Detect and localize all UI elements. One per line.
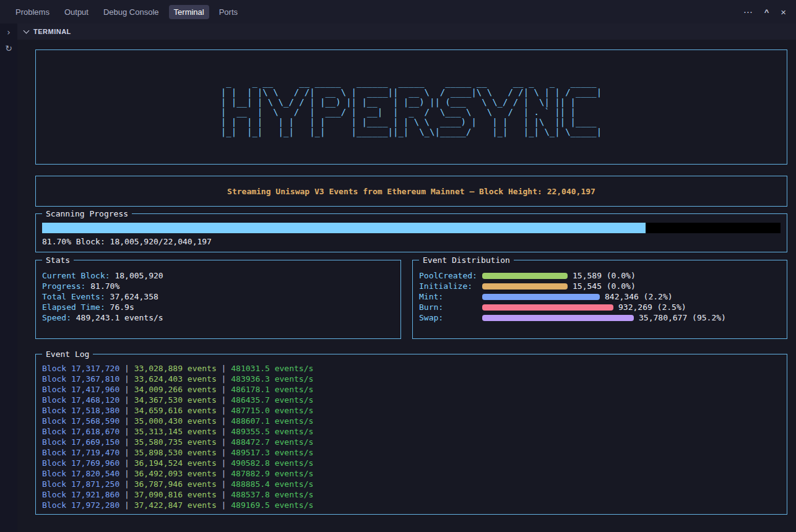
log-separator: | <box>217 458 231 468</box>
distribution-list: PoolCreated:15,589 (0.0%)Initialize:15,5… <box>419 270 781 323</box>
log-events-rate: 489517.3 events/s <box>231 448 313 457</box>
event-log-row: Block 17,769,960 | 36,194,524 events | 4… <box>42 458 781 468</box>
left-rail: ›↻ <box>0 24 17 532</box>
log-block-number: Block 17,568,590 <box>42 416 119 426</box>
log-separator: | <box>217 374 231 384</box>
log-separator: | <box>217 479 231 489</box>
stat-value: 81.70% <box>85 281 119 291</box>
log-block-number: Block 17,317,720 <box>42 364 119 373</box>
distribution-box-title: Event Distribution <box>419 255 514 265</box>
stats-list: Current Block: 18,005,920Progress: 81.70… <box>42 270 394 323</box>
stat-label: Total Events: <box>42 292 105 301</box>
log-block-number: Block 17,871,250 <box>42 479 119 489</box>
distribution-bar <box>482 315 634 321</box>
distribution-bar <box>482 283 568 290</box>
log-events-rate: 488885.4 events/s <box>231 479 313 489</box>
log-separator: | <box>217 500 231 510</box>
stat-row: Speed: 489,243.1 events/s <box>42 312 394 323</box>
stat-label: Current Block: <box>42 271 110 280</box>
log-events-rate: 486435.7 events/s <box>231 395 313 405</box>
log-events-rate: 488607.1 events/s <box>231 416 313 426</box>
log-separator: | <box>119 479 134 489</box>
log-block-number: Block 17,417,960 <box>42 385 119 394</box>
stat-row: Elapsed Time: 76.9s <box>42 302 394 312</box>
stats-distribution-row: Stats Current Block: 18,005,920Progress:… <box>35 260 787 346</box>
panel-tabs: ProblemsOutputDebug ConsoleTerminalPorts <box>11 5 248 19</box>
log-events-count: 35,000,430 events <box>134 416 217 426</box>
log-events-count: 34,367,530 events <box>134 395 217 405</box>
event-log-row: Block 17,468,120 | 34,367,530 events | 4… <box>42 395 781 405</box>
log-block-number: Block 17,669,150 <box>42 437 119 447</box>
banner-box: _ _ __ __ _____ ______ _____ _____ __ __… <box>35 49 787 165</box>
sync-icon[interactable]: ↻ <box>5 43 12 54</box>
terminal-header[interactable]: TERMINAL <box>17 24 796 40</box>
log-separator: | <box>217 395 231 405</box>
panel-tab-terminal[interactable]: Terminal <box>169 5 209 19</box>
log-events-rate: 483936.3 events/s <box>231 374 313 384</box>
ascii-banner: _ _ __ __ _____ ______ _____ _____ __ __… <box>221 77 602 137</box>
log-events-count: 36,194,524 events <box>134 458 217 468</box>
log-separator: | <box>217 427 231 436</box>
close-panel-icon[interactable]: × <box>781 7 786 17</box>
event-log-row: Block 17,317,720 | 33,028,889 events | 4… <box>42 363 781 374</box>
more-actions-icon[interactable]: ⋯ <box>743 7 753 17</box>
log-block-number: Block 17,921,860 <box>42 490 119 499</box>
distribution-label: Mint: <box>419 291 482 302</box>
log-events-count: 35,580,735 events <box>134 437 217 447</box>
panel-tab-output[interactable]: Output <box>59 5 93 19</box>
maximize-panel-icon[interactable]: ^ <box>764 8 769 16</box>
log-events-count: 34,659,616 events <box>134 406 217 415</box>
distribution-label: PoolCreated: <box>419 270 482 281</box>
log-separator: | <box>119 364 134 373</box>
log-separator: | <box>119 437 134 447</box>
panel-tab-ports[interactable]: Ports <box>214 5 243 19</box>
terminal-header-label: TERMINAL <box>33 28 71 35</box>
terminal-viewport[interactable]: _ _ __ __ _____ ______ _____ _____ __ __… <box>17 40 796 532</box>
event-log-row: Block 17,871,250 | 36,787,946 events | 4… <box>42 479 781 489</box>
log-separator: | <box>119 490 134 499</box>
log-events-count: 37,422,847 events <box>134 500 217 510</box>
event-log-box: Event Log Block 17,317,720 | 33,028,889 … <box>35 354 787 515</box>
distribution-label: Burn: <box>419 302 482 312</box>
event-log-row: Block 17,820,540 | 36,492,093 events | 4… <box>42 468 781 479</box>
event-log-row: Block 17,518,380 | 34,659,616 events | 4… <box>42 405 781 416</box>
log-events-rate: 487882.9 events/s <box>231 469 313 478</box>
stat-value: 18,005,920 <box>110 271 163 280</box>
distribution-box: Event Distribution PoolCreated:15,589 (0… <box>412 260 787 339</box>
log-events-rate: 481031.5 events/s <box>231 364 313 373</box>
log-separator: | <box>217 490 231 499</box>
log-separator: | <box>217 364 231 373</box>
event-log-row: Block 17,719,470 | 35,898,530 events | 4… <box>42 447 781 458</box>
progress-label: 81.70% Block: 18,005,920/22,040,197 <box>42 236 781 247</box>
log-separator: | <box>217 437 231 447</box>
subtitle-box: Streaming Uniswap V3 Events from Ethereu… <box>35 176 787 207</box>
terminal-panel: TERMINAL _ _ __ __ _____ ______ _____ __… <box>17 24 796 532</box>
distribution-row: PoolCreated:15,589 (0.0%) <box>419 270 781 281</box>
app: ProblemsOutputDebug ConsoleTerminalPorts… <box>0 0 796 532</box>
distribution-value: 842,346 (2.2%) <box>605 291 673 302</box>
log-block-number: Block 17,367,810 <box>42 374 119 384</box>
log-events-count: 36,492,093 events <box>134 469 217 478</box>
panel-tab-debug-console[interactable]: Debug Console <box>98 5 164 19</box>
log-events-count: 37,090,816 events <box>134 490 217 499</box>
log-separator: | <box>119 458 134 468</box>
distribution-value: 15,545 (0.0%) <box>573 281 636 291</box>
distribution-row: Burn:932,269 (2.5%) <box>419 302 781 312</box>
distribution-bar <box>482 273 568 279</box>
expand-icon[interactable]: › <box>7 27 11 38</box>
log-block-number: Block 17,518,380 <box>42 406 119 415</box>
log-events-count: 35,313,145 events <box>134 427 217 436</box>
log-events-rate: 487715.0 events/s <box>231 406 313 415</box>
log-separator: | <box>119 406 134 415</box>
progress-fill <box>42 223 646 233</box>
distribution-row: Initialize:15,545 (0.0%) <box>419 281 781 291</box>
log-events-count: 33,028,889 events <box>134 364 217 373</box>
progress-box: Scanning Progress 81.70% Block: 18,005,9… <box>35 213 787 252</box>
progress-box-title: Scanning Progress <box>42 208 132 219</box>
log-separator: | <box>119 500 134 510</box>
log-block-number: Block 17,468,120 <box>42 395 119 405</box>
event-log-row: Block 17,417,960 | 34,009,266 events | 4… <box>42 384 781 395</box>
log-events-count: 36,787,946 events <box>134 479 217 489</box>
panel-tab-problems[interactable]: Problems <box>11 5 54 19</box>
log-events-count: 33,624,403 events <box>134 374 217 384</box>
